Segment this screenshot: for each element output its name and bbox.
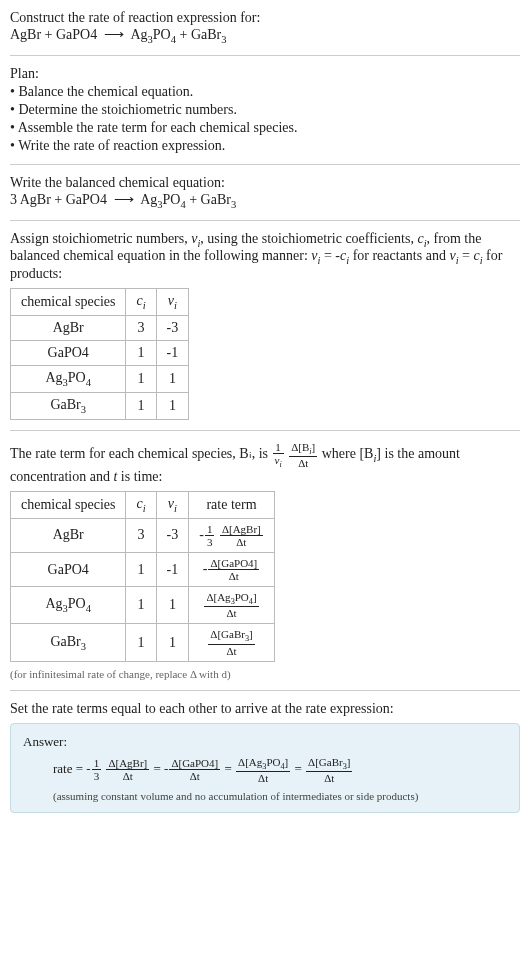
neg-sign: - [203,561,208,576]
frac-num: Δ[GaBr3] [208,628,254,644]
frac-num: 1 [273,441,284,454]
frac-num: Δ[AgBr] [220,523,263,536]
frac-den: Δt [220,536,263,548]
stoich-intro: Assign stoichiometric numbers, νi, using… [10,231,520,283]
rate-term-cell: -Δ[GaPO4]Δt [189,552,275,586]
vi-cell: 1 [156,624,189,661]
answer-assumption-note: (assuming constant volume and no accumul… [53,790,507,802]
ci-cell: 3 [126,315,156,340]
frac-den: 3 [92,770,102,782]
vi-cell: 1 [156,392,189,419]
frac-num: Δ[Ag3PO4] [236,756,290,772]
infinitesimal-note: (for infinitesimal rate of change, repla… [10,668,520,680]
ci-cell: 1 [126,624,156,661]
delta-frac: Δ[Ag3PO4]Δt [236,756,290,784]
table-header: rate term [189,491,275,518]
table-row: AgBr 3 -3 [11,315,189,340]
answer-label: Answer: [23,734,507,750]
neg-sign: - [199,527,204,542]
ci-cell: 1 [126,587,156,624]
generic-delta-frac: Δ[Bi]Δt [289,441,317,469]
balanced-equation: 3 AgBr + GaPO4 ⟶ Ag3PO4 + GaBr3 [10,191,520,210]
delta-frac: Δ[GaBr3]Δt [306,756,352,784]
delta-frac: Δ[AgBr]Δt [220,523,263,548]
vi-cell: 1 [156,365,189,392]
divider [10,164,520,165]
frac-den: Δt [106,770,149,782]
frac-den: Δt [236,772,290,784]
ci-cell: 1 [126,552,156,586]
ci-cell: 1 [126,392,156,419]
table-header: ci [126,289,156,316]
frac-num: Δ[Bi] [289,441,317,457]
balanced-heading: Write the balanced chemical equation: [10,175,520,191]
final-section: Set the rate terms equal to each other t… [10,701,520,813]
frac-den: Δt [306,772,352,784]
plan-item: • Balance the chemical equation. [10,84,520,100]
table-header: νi [156,289,189,316]
species-cell: GaBr3 [11,392,126,419]
frac-num: Δ[GaPO4] [208,557,259,570]
frac-den: Δt [208,645,254,657]
rate-intro: The rate term for each chemical species,… [10,441,520,485]
table-row: Ag3PO4 1 1 Δ[Ag3PO4]Δt [11,587,275,624]
table-header: ci [126,491,156,518]
frac-num: 1 [205,523,215,536]
neg-sign: - [86,761,90,776]
unbalanced-equation: AgBr + GaPO4 ⟶ Ag3PO4 + GaBr3 [10,26,520,45]
vi-cell: -3 [156,518,189,552]
answer-box: Answer: rate = -13 Δ[AgBr]Δt = -Δ[GaPO4]… [10,723,520,813]
table-row: AgBr 3 -3 -13 Δ[AgBr]Δt [11,518,275,552]
frac-num: Δ[GaPO4] [169,757,220,770]
vi-cell: -1 [156,340,189,365]
table-row: GaBr3 1 1 Δ[GaBr3]Δt [11,624,275,661]
answer-rate-expression: rate = -13 Δ[AgBr]Δt = -Δ[GaPO4]Δt = Δ[A… [53,756,507,784]
species-cell: GaPO4 [11,340,126,365]
delta-frac: Δ[GaBr3]Δt [208,628,254,656]
vi-cell: 1 [156,587,189,624]
plan-item: • Write the rate of reaction expression. [10,138,520,154]
plan-heading: Plan: [10,66,520,82]
plan-section: Plan: • Balance the chemical equation. •… [10,66,520,154]
rate-term-cell: -13 Δ[AgBr]Δt [189,518,275,552]
stoich-section: Assign stoichiometric numbers, νi, using… [10,231,520,420]
table-header: νi [156,491,189,518]
table-row: Ag3PO4 1 1 [11,365,189,392]
divider [10,55,520,56]
vi-cell: -1 [156,552,189,586]
problem-statement: Construct the rate of reaction expressio… [10,10,520,45]
problem-title: Construct the rate of reaction expressio… [10,10,520,26]
divider [10,430,520,431]
delta-frac: Δ[AgBr]Δt [106,757,149,782]
species-cell: GaPO4 [11,552,126,586]
divider [10,690,520,691]
neg-sign: - [164,761,168,776]
frac-den: Δt [204,607,258,619]
ci-cell: 3 [126,518,156,552]
balanced-section: Write the balanced chemical equation: 3 … [10,175,520,210]
frac-num: 1 [92,757,102,770]
stoich-table: chemical species ci νi AgBr 3 -3 GaPO4 1… [10,288,189,419]
ci-cell: 1 [126,365,156,392]
frac-den: νi [273,454,284,469]
delta-frac: Δ[Ag3PO4]Δt [204,591,258,619]
species-cell: AgBr [11,518,126,552]
rate-prefix: rate = [53,761,86,776]
species-cell: Ag3PO4 [11,587,126,624]
rate-term-section: The rate term for each chemical species,… [10,441,520,680]
plan-list: • Balance the chemical equation. • Deter… [10,84,520,154]
rate-term-cell: Δ[Ag3PO4]Δt [189,587,275,624]
frac-num: Δ[GaBr3] [306,756,352,772]
ci-cell: 1 [126,340,156,365]
table-row: GaBr3 1 1 [11,392,189,419]
species-cell: GaBr3 [11,624,126,661]
set-equal-text: Set the rate terms equal to each other t… [10,701,520,717]
frac-den: Δt [169,770,220,782]
coef-frac: 13 [92,757,102,782]
frac-den: Δt [289,457,317,469]
frac-den: Δt [208,570,259,582]
rate-intro-text: The rate term for each chemical species,… [10,446,272,461]
divider [10,220,520,221]
delta-frac: Δ[GaPO4]Δt [169,757,220,782]
table-header: chemical species [11,491,126,518]
